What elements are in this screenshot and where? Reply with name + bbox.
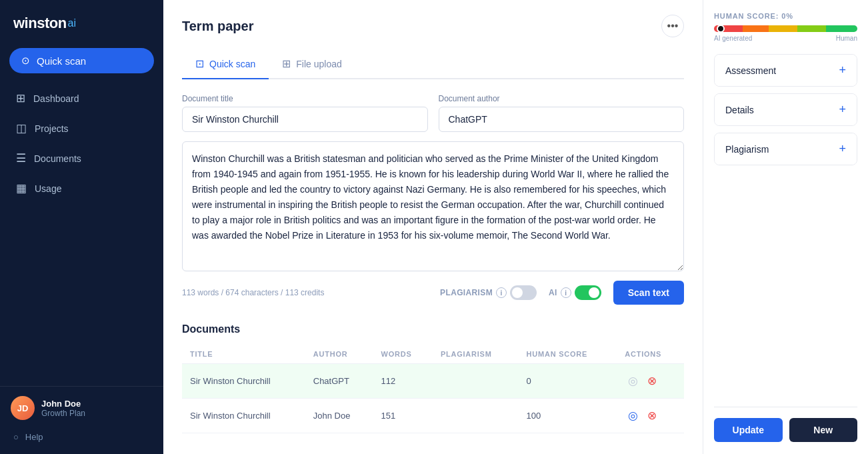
sidebar: winston ai ⊙ Quick scan ⊞ Dashboard ◫ Pr…	[0, 0, 163, 454]
cell-plagiarism	[433, 364, 519, 399]
cell-title: Sir Winston Churchill	[182, 399, 305, 433]
quick-scan-button[interactable]: ⊙ Quick scan	[9, 48, 154, 73]
ai-info-icon[interactable]: i	[561, 287, 571, 298]
help-label: Help	[25, 432, 43, 442]
col-plagiarism: PLAGIARISM	[433, 345, 519, 364]
accordion-toggle-details-icon: +	[839, 103, 846, 117]
plagiarism-toggle-group: PLAGIARISM i	[440, 285, 537, 300]
file-upload-tab-icon: ⊞	[282, 57, 291, 70]
documents-icon: ☰	[16, 151, 26, 165]
accordion-label-details: Details	[725, 105, 754, 115]
accordion-plagiarism: Plagiarism +	[714, 133, 857, 165]
user-info: John Doe Growth Plan	[41, 399, 85, 418]
accordion-toggle-plagiarism-icon: +	[839, 142, 846, 156]
right-panel: HUMAN SCORE: 0% AI generated Human Asses…	[703, 0, 868, 454]
score-pointer	[717, 25, 725, 33]
col-human-score: HUMAN SCORE	[519, 345, 617, 364]
avatar: JD	[11, 396, 35, 420]
ai-toggle[interactable]	[575, 285, 601, 300]
panel-footer: Update New	[714, 407, 857, 442]
user-plan: Growth Plan	[41, 409, 85, 418]
dashboard-icon: ⊞	[16, 91, 25, 105]
tab-file-upload-label: File upload	[296, 59, 342, 69]
score-bar	[714, 25, 857, 32]
sidebar-item-dashboard[interactable]: ⊞ Dashboard	[7, 84, 157, 113]
sidebar-item-projects[interactable]: ◫ Projects	[7, 114, 157, 143]
doc-author-label: Document author	[439, 94, 685, 103]
human-score-label: HUMAN SCORE: 0%	[714, 12, 857, 20]
usage-icon: ▦	[16, 181, 27, 195]
scan-text-button[interactable]: Scan text	[613, 281, 684, 305]
sidebar-nav: ⊞ Dashboard ◫ Projects ☰ Documents ▦ Usa…	[0, 84, 163, 386]
projects-icon: ◫	[16, 121, 27, 135]
quick-scan-tab-icon: ⊡	[195, 57, 204, 70]
page-title: Term paper	[182, 19, 253, 34]
cell-human-score: 0	[519, 364, 617, 399]
quick-scan-label: Quick scan	[37, 55, 86, 67]
word-count: 113 words / 674 characters / 113 credits	[182, 288, 324, 297]
cell-actions: ◎ ⊗	[617, 399, 684, 433]
scan-controls: PLAGIARISM i AI i Scan text	[440, 281, 684, 305]
tab-bar: ⊡ Quick scan ⊞ File upload	[182, 51, 684, 79]
accordion-toggle-assessment-icon: +	[839, 63, 846, 77]
avatar-initials: JD	[17, 403, 29, 413]
col-actions: ACTIONS	[617, 345, 684, 364]
sidebar-item-usage[interactable]: ▦ Usage	[7, 174, 157, 203]
cell-title: Sir Winston Churchill	[182, 364, 305, 399]
doc-title-input[interactable]	[182, 107, 428, 132]
user-name: John Doe	[41, 399, 85, 409]
delete-button[interactable]: ⊗	[644, 373, 660, 389]
cell-human-score: 100	[519, 399, 617, 433]
form-row: Document title Document author	[182, 94, 684, 132]
doc-author-input[interactable]	[439, 107, 685, 132]
accordion-label-assessment: Assessment	[725, 65, 776, 76]
accordion-details: Details +	[714, 93, 857, 126]
score-bar-wrap: AI generated Human	[714, 25, 857, 42]
doc-title-label: Document title	[182, 94, 428, 103]
score-left-label: AI generated	[714, 35, 752, 42]
header-menu-button[interactable]: •••	[661, 15, 684, 37]
cell-actions: ◎ ⊗	[617, 364, 684, 399]
tab-quick-scan-label: Quick scan	[209, 59, 255, 69]
help-icon: ○	[13, 432, 19, 442]
accordion-header-plagiarism[interactable]: Plagiarism +	[715, 133, 857, 165]
col-words: WORDS	[373, 345, 432, 364]
help-button[interactable]: ○ Help	[11, 429, 153, 445]
doc-author-group: Document author	[439, 94, 685, 132]
score-endpoints: AI generated Human	[714, 35, 857, 42]
accordion-assessment: Assessment +	[714, 54, 857, 87]
plagiarism-info-icon[interactable]: i	[496, 287, 507, 298]
sidebar-footer: JD John Doe Growth Plan ○ Help	[0, 386, 163, 454]
plagiarism-toggle[interactable]	[510, 285, 537, 300]
user-row: JD John Doe Growth Plan	[11, 396, 153, 420]
accordion-container: Assessment + Details + Plagiarism +	[714, 47, 857, 165]
view-button[interactable]: ◎	[625, 373, 641, 389]
text-content-input[interactable]	[182, 141, 684, 271]
quick-scan-icon: ⊙	[21, 55, 30, 67]
accordion-label-plagiarism: Plagiarism	[725, 144, 769, 155]
sidebar-item-documents[interactable]: ☰ Documents	[7, 144, 157, 173]
update-button[interactable]: Update	[714, 418, 783, 442]
sidebar-item-label: Documents	[34, 153, 81, 164]
view-button[interactable]: ◎	[625, 407, 641, 424]
logo-text: winston	[13, 15, 67, 32]
cell-words: 151	[373, 399, 432, 433]
accordion-header-assessment[interactable]: Assessment +	[715, 55, 857, 86]
tab-quick-scan[interactable]: ⊡ Quick scan	[182, 51, 269, 79]
score-right-label: Human	[836, 35, 857, 42]
main-content: Term paper ••• ⊡ Quick scan ⊞ File uploa…	[163, 0, 703, 454]
page-header: Term paper •••	[182, 15, 684, 37]
logo-ai-suffix: ai	[68, 17, 76, 29]
tab-file-upload[interactable]: ⊞ File upload	[269, 51, 355, 79]
table-row: Sir Winston Churchill ChatGPT 112 0 ◎ ⊗	[182, 364, 684, 399]
sidebar-item-label: Usage	[35, 183, 61, 194]
delete-button[interactable]: ⊗	[644, 407, 660, 424]
cell-author: John Doe	[305, 399, 373, 433]
cell-plagiarism	[433, 399, 519, 433]
new-button[interactable]: New	[789, 418, 858, 442]
documents-table: TITLE AUTHOR WORDS PLAGIARISM HUMAN SCOR…	[182, 345, 684, 433]
sidebar-item-label: Dashboard	[33, 93, 79, 104]
accordion-header-details[interactable]: Details +	[715, 94, 857, 125]
cell-author: ChatGPT	[305, 364, 373, 399]
col-title: TITLE	[182, 345, 305, 364]
